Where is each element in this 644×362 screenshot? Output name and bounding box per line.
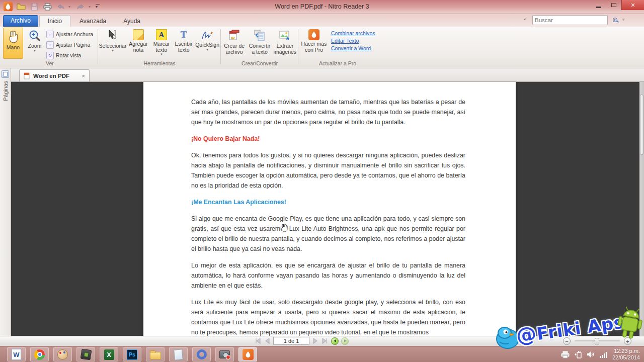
taskbar-word-button[interactable]: W bbox=[7, 347, 26, 361]
previous-page-button[interactable] bbox=[264, 337, 271, 344]
zoom-controls: − + bbox=[563, 337, 631, 345]
tray-time: 12:23 p.m. bbox=[612, 348, 640, 354]
tray-clock[interactable]: 12:23 p.m. 22/05/2014 bbox=[612, 348, 640, 361]
zoom-tool-button[interactable]: Zoom ▾ bbox=[25, 28, 45, 59]
sticky-note-icon bbox=[133, 29, 144, 40]
zoom-in-button[interactable]: + bbox=[624, 337, 631, 345]
fit-page-button[interactable]: ↕ Ajustar Página bbox=[46, 40, 93, 50]
tab-inicio[interactable]: Inicio bbox=[39, 15, 70, 27]
pages-panel-icon[interactable] bbox=[2, 70, 9, 78]
group-ver: Mano Zoom ▾ ↔ Ajustar Anchura bbox=[3, 28, 97, 67]
group-crear-convertir: Crear de archivo Convertir a texto bbox=[222, 28, 297, 67]
nitro-taskbar-icon bbox=[243, 349, 254, 360]
highlight-icon: A bbox=[156, 29, 167, 40]
pdf-page[interactable]: Cada año, las pantallas de los móviles a… bbox=[143, 82, 516, 336]
notepad-icon bbox=[174, 349, 183, 360]
nitro-pro-icon bbox=[308, 29, 319, 40]
doc-paragraph: Lux Lite es muy fácil de usar, solo desc… bbox=[191, 297, 465, 336]
next-view-button[interactable] bbox=[341, 337, 349, 345]
type-text-button[interactable]: T Escribir texto bbox=[173, 28, 194, 59]
window-controls: × bbox=[591, 0, 644, 10]
title-bar: ▾ ▾ ▾ Word en PDF.pdf - Nitro Reader 3 × bbox=[0, 0, 644, 14]
select-cursor-icon bbox=[107, 29, 119, 42]
taskbar-opera-button[interactable] bbox=[192, 347, 211, 361]
vertical-scrollbar[interactable] bbox=[639, 82, 644, 336]
zoom-slider[interactable] bbox=[575, 340, 620, 342]
quicksign-button[interactable]: QuickSign ▾ bbox=[195, 28, 219, 59]
taskbar-recorder-button[interactable] bbox=[76, 347, 95, 361]
tab-avanzada[interactable]: Avanzada bbox=[71, 16, 114, 27]
excel-icon: X bbox=[104, 349, 114, 360]
create-from-file-button[interactable]: Crear de archivo bbox=[222, 28, 246, 59]
tab-archivo[interactable]: Archivo bbox=[3, 15, 38, 27]
combine-files-link[interactable]: Combinar archivos bbox=[331, 30, 375, 36]
photoshop-icon: Ps bbox=[127, 349, 137, 360]
do-more-with-pro-button[interactable]: Hacer más con Pro bbox=[300, 28, 328, 59]
taskbar-notepad-button[interactable] bbox=[169, 347, 188, 361]
highlight-text-button[interactable]: A Marcar texto ▾ bbox=[151, 28, 172, 59]
system-tray: 12:23 p.m. 22/05/2014 bbox=[561, 346, 644, 362]
rotate-view-icon: ↻ bbox=[46, 52, 54, 59]
document-tab[interactable]: Word en PDF × bbox=[19, 69, 90, 81]
taskbar-snapshot-button[interactable] bbox=[215, 347, 234, 361]
select-tool-button[interactable]: Seleccionar ▾ bbox=[100, 28, 126, 59]
add-note-button[interactable]: Agregar nota bbox=[127, 28, 150, 59]
tab-ayuda[interactable]: Ayuda bbox=[115, 16, 148, 27]
zoom-icon bbox=[28, 29, 41, 42]
rotate-view-button[interactable]: ↻ Rotar vista bbox=[46, 50, 93, 60]
taskbar-excel-button[interactable]: X bbox=[100, 347, 118, 361]
doc-paragraph: Si algo que me encanta de Google Play, e… bbox=[191, 214, 465, 254]
nitro-reader-window: ▾ ▾ ▾ Word en PDF.pdf - Nitro Reader 3 ×… bbox=[0, 0, 644, 362]
first-page-button[interactable] bbox=[254, 337, 261, 344]
taskbar-explorer-button[interactable] bbox=[146, 347, 165, 361]
search-box: ▾ bbox=[532, 15, 608, 25]
ribbon: Mano Zoom ▾ ↔ Ajustar Anchura bbox=[0, 27, 644, 68]
find-previous-icon[interactable]: ▾ bbox=[611, 17, 618, 24]
close-button[interactable]: × bbox=[621, 0, 644, 10]
convert-to-word-link[interactable]: Convertir a Word bbox=[331, 45, 375, 51]
hand-icon bbox=[7, 30, 20, 44]
opera-icon bbox=[197, 349, 207, 359]
convert-to-text-button[interactable]: Convertir a texto bbox=[248, 28, 271, 59]
doc-heading-blue: ¡Me Encantan Las Aplicaciones! bbox=[191, 197, 465, 207]
tray-power-icon[interactable] bbox=[575, 350, 582, 358]
hand-tool-button[interactable]: Mano bbox=[3, 28, 23, 59]
pages-sidebar[interactable]: Páginas bbox=[0, 68, 11, 336]
doc-paragraph: Ok, tenemos para todos los gustos, y si … bbox=[191, 150, 465, 191]
word-icon: W bbox=[12, 349, 21, 360]
minimize-button[interactable] bbox=[591, 0, 606, 10]
create-file-icon bbox=[228, 29, 241, 42]
group-actualizar-pro: Hacer más con Pro Combinar archivos Edit… bbox=[300, 28, 375, 67]
document-viewer[interactable]: Cada año, las pantallas de los móviles a… bbox=[11, 82, 639, 336]
page-indicator-input[interactable] bbox=[273, 337, 309, 345]
zoom-slider-thumb[interactable] bbox=[595, 338, 599, 344]
signature-icon bbox=[200, 29, 214, 41]
previous-view-button[interactable] bbox=[331, 337, 339, 345]
extract-images-button[interactable]: Extraer imágenes bbox=[273, 28, 297, 59]
doc-heading-red: ¡No Quiero Bajar Nada! bbox=[191, 134, 465, 144]
taskbar-nitro-button[interactable] bbox=[238, 347, 257, 361]
tray-network-icon[interactable] bbox=[599, 351, 607, 358]
tray-printer-icon[interactable] bbox=[561, 351, 570, 358]
collapse-ribbon-icon[interactable]: ⌃ bbox=[521, 17, 529, 24]
restore-button[interactable] bbox=[606, 0, 621, 10]
status-bar: − + bbox=[0, 336, 644, 346]
find-next-icon[interactable]: ▾ bbox=[620, 17, 627, 24]
fit-width-button[interactable]: ↔ Ajustar Anchura bbox=[46, 29, 93, 39]
zoom-out-button[interactable]: − bbox=[563, 337, 571, 345]
tray-volume-icon[interactable] bbox=[587, 351, 594, 358]
next-page-button[interactable] bbox=[312, 337, 319, 344]
taskbar-chrome-button[interactable] bbox=[30, 347, 49, 361]
pdf-page-content: Cada año, las pantallas de los móviles a… bbox=[143, 82, 516, 336]
screen-recorder-icon bbox=[80, 349, 92, 360]
taskbar-paint-button[interactable] bbox=[53, 347, 72, 361]
paint-palette-icon bbox=[57, 349, 68, 359]
close-tab-icon[interactable]: × bbox=[82, 73, 85, 79]
scrollbar-thumb[interactable] bbox=[640, 95, 643, 155]
taskbar-photoshop-button[interactable]: Ps bbox=[123, 347, 141, 361]
last-page-button[interactable] bbox=[321, 337, 329, 344]
hand-cursor bbox=[280, 223, 288, 232]
fit-width-icon: ↔ bbox=[46, 31, 54, 38]
search-input[interactable] bbox=[535, 17, 612, 23]
edit-text-link[interactable]: Editar Texto bbox=[331, 38, 375, 44]
